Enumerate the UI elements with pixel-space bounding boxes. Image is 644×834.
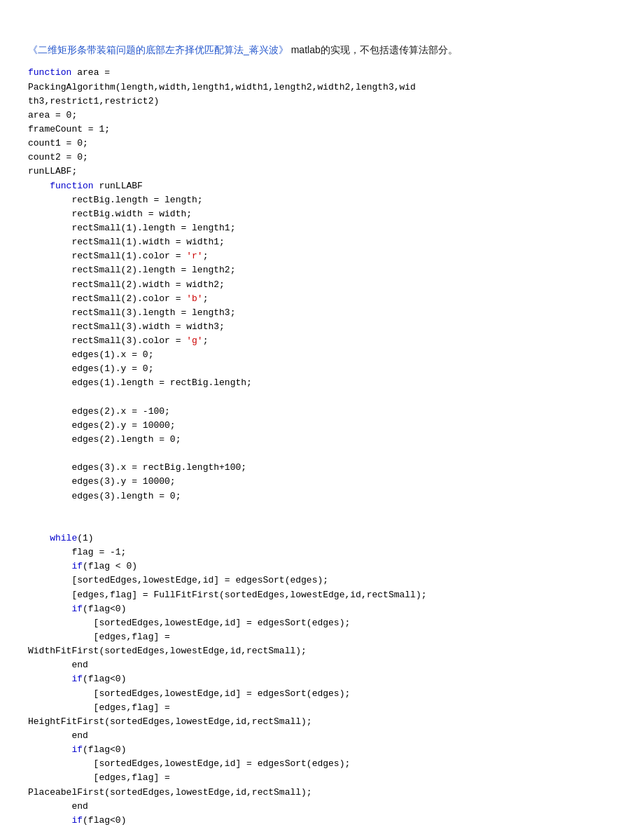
code-line: if(flag<0) — [28, 814, 616, 828]
code-line: if(flag<0) — [28, 743, 616, 757]
code-text: ; — [203, 251, 209, 261]
keyword: function — [28, 67, 71, 78]
code-text: area = — [71, 67, 110, 78]
code-line: runLLABF; — [28, 165, 616, 179]
code-line: while(1) — [28, 531, 616, 545]
code-line: [sortedEdges,lowestEdge,id] = edgesSort(… — [28, 574, 616, 588]
code-line: function runLLABF — [28, 179, 616, 193]
code-line: edges(1).y = 0; — [28, 362, 616, 376]
code-line — [28, 517, 616, 531]
code-text — [28, 533, 50, 543]
code-line: edges(3).x = rectBig.length+100; — [28, 461, 616, 475]
keyword: if — [71, 561, 83, 571]
code-line: edges(1).length = rectBig.length; — [28, 376, 616, 390]
string-literal: 'g' — [186, 335, 202, 346]
code-text: ; — [203, 293, 209, 304]
code-line: [edges,flag] = — [28, 630, 616, 644]
code-text: rectSmall(2).color = — [28, 293, 186, 304]
keyword: if — [71, 674, 83, 684]
code-text — [28, 181, 50, 191]
code-text: rectSmall(1).color = — [28, 251, 186, 261]
code-line: rectBig.width = width; — [28, 207, 616, 221]
code-line: if(flag<0) — [28, 602, 616, 616]
code-block: function area =PackingAlgorithm(length,w… — [28, 66, 616, 828]
code-text — [28, 561, 71, 571]
keyword: while — [50, 533, 77, 543]
code-line: rectSmall(1).width = width1; — [28, 235, 616, 249]
code-text: runLLABF — [94, 181, 143, 191]
keyword: if — [71, 744, 83, 755]
code-line: rectSmall(2).length = length2; — [28, 263, 616, 277]
code-text — [28, 604, 71, 614]
code-line: rectSmall(2).width = width2; — [28, 278, 616, 292]
title-link: 《二维矩形条带装箱问题的底部左齐择优匹配算法_蒋兴波》 — [28, 44, 288, 55]
code-text: (1) — [77, 533, 93, 543]
title-section: 《二维矩形条带装箱问题的底部左齐择优匹配算法_蒋兴波》 matlab的实现，不包… — [28, 42, 616, 57]
code-line: edges(2).y = 10000; — [28, 419, 616, 433]
code-line: rectSmall(3).width = width3; — [28, 320, 616, 334]
code-text: ; — [203, 335, 209, 346]
keyword: function — [50, 181, 93, 191]
code-line: WidthFitFirst(sortedEdges,lowestEdge,id,… — [28, 644, 616, 658]
code-text: (flag<0) — [83, 604, 126, 614]
keyword: if — [71, 604, 83, 614]
code-line: if(flag < 0) — [28, 560, 616, 574]
code-line: PackingAlgorithm(length,width,length1,wi… — [28, 81, 616, 95]
code-line: end — [28, 729, 616, 743]
code-line: rectSmall(3).length = length3; — [28, 306, 616, 320]
code-line: rectBig.length = length; — [28, 193, 616, 207]
code-line: th3,restrict1,restrict2) — [28, 95, 616, 109]
code-line: rectSmall(1).color = 'r'; — [28, 249, 616, 263]
code-line: count1 = 0; — [28, 137, 616, 151]
code-line: end — [28, 800, 616, 814]
code-text: (flag < 0) — [83, 561, 137, 571]
code-text: (flag<0) — [83, 815, 126, 826]
code-line: edges(2).x = -100; — [28, 405, 616, 419]
code-line — [28, 447, 616, 461]
code-line: [sortedEdges,lowestEdge,id] = edgesSort(… — [28, 757, 616, 771]
code-line: rectSmall(3).color = 'g'; — [28, 334, 616, 348]
code-line — [28, 391, 616, 405]
string-literal: 'r' — [186, 251, 202, 261]
code-text: (flag<0) — [83, 744, 126, 755]
code-line: [edges,flag] = — [28, 701, 616, 715]
code-line: if(flag<0) — [28, 672, 616, 686]
code-line: rectSmall(2).color = 'b'; — [28, 292, 616, 306]
keyword: if — [71, 815, 83, 826]
code-line: [sortedEdges,lowestEdge,id] = edgesSort(… — [28, 687, 616, 701]
code-line: [edges,flag] = FullFitFirst(sortedEdges,… — [28, 588, 616, 602]
code-line: area = 0; — [28, 109, 616, 123]
string-literal: 'b' — [186, 293, 202, 304]
code-text — [28, 744, 71, 755]
code-line: rectSmall(1).length = length1; — [28, 221, 616, 235]
code-line: [sortedEdges,lowestEdge,id] = edgesSort(… — [28, 616, 616, 630]
code-line — [28, 503, 616, 517]
code-line: frameCount = 1; — [28, 123, 616, 137]
code-line: edges(3).length = 0; — [28, 489, 616, 503]
code-line: edges(1).x = 0; — [28, 348, 616, 362]
code-text — [28, 815, 71, 826]
code-line: edges(3).y = 10000; — [28, 475, 616, 489]
code-text: rectSmall(3).color = — [28, 335, 186, 346]
code-line: HeightFitFirst(sortedEdges,lowestEdge,id… — [28, 715, 616, 729]
code-line: count2 = 0; — [28, 151, 616, 165]
code-line: flag = -1; — [28, 545, 616, 560]
code-line: end — [28, 658, 616, 672]
code-line: [edges,flag] = — [28, 771, 616, 785]
code-line: PlaceabelFirst(sortedEdges,lowestEdge,id… — [28, 786, 616, 800]
code-line: function area = — [28, 66, 616, 80]
code-text — [28, 674, 71, 684]
code-text: (flag<0) — [83, 674, 126, 684]
title-text: matlab的实现，不包括遗传算法部分。 — [288, 44, 458, 55]
code-line: edges(2).length = 0; — [28, 433, 616, 447]
